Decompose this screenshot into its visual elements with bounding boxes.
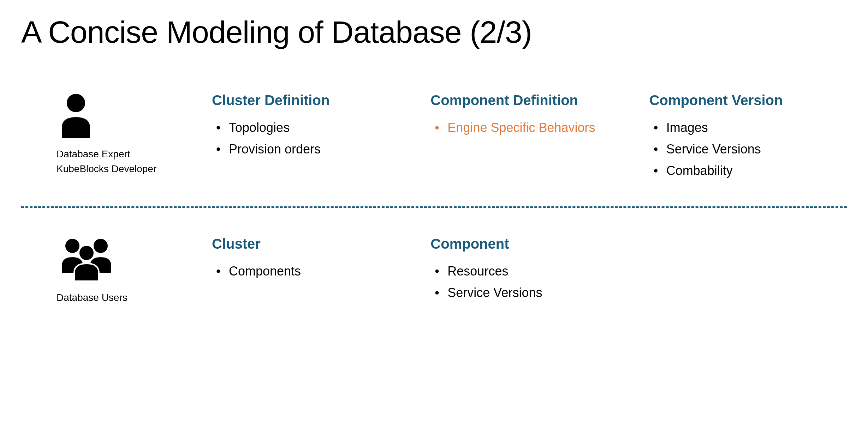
list-item: Service Versions: [649, 138, 847, 160]
slide-title: A Concise Modeling of Database (2/3): [21, 14, 847, 50]
persona-label-2: KubeBlocks Developer: [57, 162, 191, 176]
col-list: Topologies Provision orders: [212, 117, 409, 160]
component-version-col: Component Version Images Service Version…: [649, 92, 847, 182]
slide-content: Database Expert KubeBlocks Developer Clu…: [21, 92, 847, 305]
dashed-divider: [21, 206, 847, 208]
col-list: Resources Service Versions: [430, 260, 628, 303]
component-col: Component Resources Service Versions: [430, 236, 628, 303]
svg-point-1: [65, 239, 79, 253]
persona-expert: Database Expert KubeBlocks Developer: [57, 92, 191, 176]
col-heading: Cluster: [212, 236, 409, 252]
col-heading: Component: [430, 236, 628, 252]
cluster-col: Cluster Components: [212, 236, 409, 282]
component-definition-col: Component Definition Engine Specific Beh…: [430, 92, 628, 138]
col-heading: Cluster Definition: [212, 92, 409, 108]
cluster-definition-col: Cluster Definition Topologies Provision …: [212, 92, 409, 160]
list-item: Service Versions: [430, 282, 628, 303]
col-heading: Component Version: [649, 92, 847, 108]
list-item: Images: [649, 117, 847, 138]
person-icon: [57, 92, 191, 140]
svg-point-2: [94, 239, 108, 253]
top-row: Database Expert KubeBlocks Developer Clu…: [21, 92, 847, 182]
list-item: Topologies: [212, 117, 409, 138]
list-item: Combability: [649, 160, 847, 181]
col-list: Engine Specific Behaviors: [430, 117, 628, 138]
persona-label-1: Database Expert: [57, 147, 191, 162]
list-item: Provision orders: [212, 138, 409, 160]
bottom-row: Database Users Cluster Components Compon…: [21, 236, 847, 305]
col-list: Components: [212, 260, 409, 282]
persona-label-1: Database Users: [57, 290, 191, 305]
col-heading: Component Definition: [430, 92, 628, 108]
col-list: Images Service Versions Combability: [649, 117, 847, 182]
list-item: Components: [212, 260, 409, 282]
people-group-icon: [57, 236, 191, 283]
list-item: Resources: [430, 260, 628, 282]
svg-point-3: [79, 245, 94, 261]
list-item: Engine Specific Behaviors: [430, 117, 628, 138]
persona-users: Database Users: [57, 236, 191, 305]
svg-point-0: [67, 94, 85, 112]
